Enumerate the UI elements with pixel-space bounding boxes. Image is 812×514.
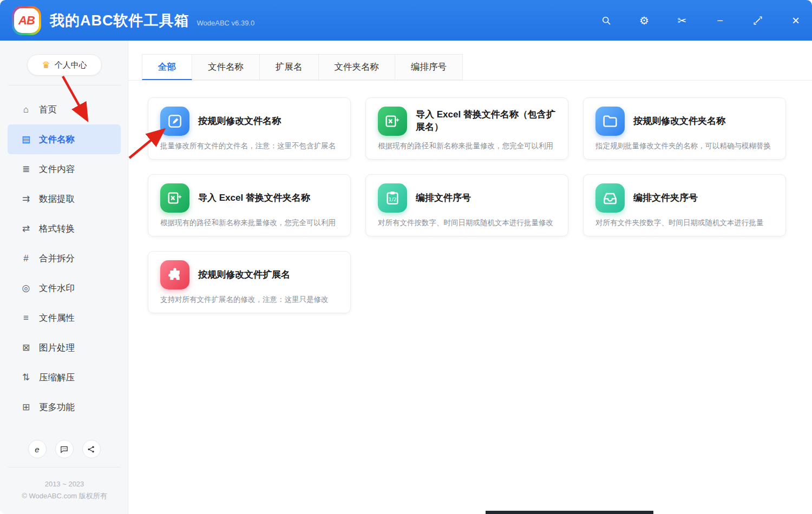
home-icon: ⌂ [21, 104, 31, 115]
personal-center-button[interactable]: ♛ 个人中心 [27, 54, 102, 76]
sidebar-item-label: 首页 [39, 104, 57, 116]
card-number-folders[interactable]: 编排文件夹序号 对所有文件夹按数字、时间日期或随机文本进行批量 [583, 174, 786, 236]
sidebar-item-image-processing[interactable]: ⊠ 图片处理 [8, 333, 121, 363]
app-version: WodeABC v6.39.0 [197, 19, 255, 27]
card-title: 编排文件序号 [416, 192, 471, 205]
sidebar-divider [8, 85, 121, 85]
resize-button[interactable] [751, 14, 764, 27]
tab-folder-name[interactable]: 文件夹名称 [319, 54, 396, 80]
browser-button[interactable]: e [28, 440, 47, 458]
card-rename-files[interactable]: 按规则修改文件名称 批量修改所有文件的文件名，注意：这里不包含扩展名 [148, 97, 351, 160]
sidebar-item-file-name[interactable]: ▤ 文件名称 [8, 124, 121, 154]
card-title: 按规则修改文件扩展名 [198, 269, 290, 281]
folder-icon [595, 107, 625, 136]
clipboard-icon-label: 1/2 [388, 196, 396, 202]
sidebar-footer: 2013 ~ 2023 © WodeABC.com 版权所有 [8, 467, 121, 502]
card-grid: 按规则修改文件名称 批量修改所有文件的文件名，注意：这里不包含扩展名 导入 Ex… [148, 97, 803, 313]
settings-gear-icon[interactable]: ⚙ [638, 14, 651, 27]
card-desc: 对所有文件夹按数字、时间日期或随机文本进行批量 [595, 218, 774, 228]
sidebar-menu: ⌂ 首页 ▤ 文件名称 ≣ 文件内容 ⇉ 数据提取 ⇄ 格式转换 # 合并拆分 [0, 95, 128, 422]
more-features-icon: ⊞ [21, 401, 31, 413]
file-content-icon: ≣ [21, 163, 31, 175]
tab-all[interactable]: 全部 [142, 54, 192, 80]
card-desc: 根据现有的路径和新名称来批量修改，您完全可以利用 [378, 141, 556, 151]
titlebar-actions: ⚙ ✂ − × [600, 0, 802, 41]
sidebar-item-compress[interactable]: ⇅ 压缩解压 [8, 363, 121, 392]
search-icon[interactable] [600, 14, 613, 27]
sidebar-item-format-convert[interactable]: ⇄ 格式转换 [8, 214, 121, 243]
card-number-files[interactable]: 1/2 编排文件序号 对所有文件按数字、时间日期或随机文本进行批量修改 [365, 174, 568, 236]
app-title: 我的ABC软件工具箱 [50, 11, 189, 30]
card-desc: 根据现有的路径和新名称来批量修改，您完全可以利用 [160, 218, 338, 228]
sidebar-item-label: 文件属性 [39, 312, 75, 324]
data-extract-icon: ⇉ [21, 193, 31, 205]
clipboard-icon: 1/2 [378, 183, 407, 213]
background-window-edge [486, 511, 653, 514]
logo-ab: AB [18, 14, 35, 28]
sidebar-item-file-content[interactable]: ≣ 文件内容 [8, 154, 121, 184]
sidebar-item-file-attributes[interactable]: ≡ 文件属性 [8, 303, 121, 333]
sidebar-item-label: 数据提取 [39, 193, 75, 205]
tab-bar: 全部 文件名称 扩展名 文件夹名称 编排序号 [142, 54, 463, 80]
crown-icon: ♛ [42, 60, 50, 71]
browser-e-icon: e [35, 445, 39, 454]
sidebar-item-watermark[interactable]: ◎ 文件水印 [8, 273, 121, 303]
pencil-icon [160, 107, 189, 136]
share-icon [87, 445, 96, 454]
compress-icon: ⇅ [21, 372, 31, 383]
sidebar-item-label: 文件名称 [39, 134, 75, 146]
sidebar-item-home[interactable]: ⌂ 首页 [8, 95, 121, 124]
card-change-extension[interactable]: 按规则修改文件扩展名 支持对所有文件扩展名的修改，注意：这里只是修改 [148, 251, 351, 313]
app-logo: AB [12, 6, 41, 35]
app-window: AB 我的ABC软件工具箱 WodeABC v6.39.0 ⚙ ✂ − × ♛ … [0, 0, 812, 514]
card-rename-folders[interactable]: 按规则修改文件夹名称 指定规则批量修改文件夹的名称，可以精确与模糊替换 [583, 97, 786, 160]
watermark-icon: ◎ [21, 282, 31, 294]
sidebar-social: e [0, 440, 128, 458]
sidebar-item-label: 压缩解压 [39, 372, 75, 384]
minimize-button[interactable]: − [713, 14, 726, 27]
card-desc: 批量修改所有文件的文件名，注意：这里不包含扩展名 [160, 141, 338, 151]
tray-icon [595, 183, 625, 213]
share-button[interactable] [82, 440, 101, 458]
sidebar: ♛ 个人中心 ⌂ 首页 ▤ 文件名称 ≣ 文件内容 ⇉ 数据提取 ⇄ [0, 41, 128, 514]
sidebar-item-merge-split[interactable]: # 合并拆分 [8, 243, 121, 273]
card-excel-rename-folders[interactable]: 导入 Excel 替换文件夹名称 根据现有的路径和新名称来批量修改，您完全可以利… [148, 174, 351, 236]
excel-icon [378, 107, 407, 136]
sidebar-item-label: 格式转换 [39, 223, 75, 235]
sidebar-item-label: 文件内容 [39, 163, 75, 175]
sidebar-item-data-extract[interactable]: ⇉ 数据提取 [8, 184, 121, 214]
card-title: 导入 Excel 替换文件夹名称 [198, 192, 310, 205]
sidebar-item-label: 文件水印 [39, 282, 75, 294]
footer-copyright: © WodeABC.com 版权所有 [8, 490, 121, 502]
puzzle-icon [160, 260, 189, 289]
card-desc: 支持对所有文件扩展名的修改，注意：这里只是修改 [160, 295, 338, 305]
tab-file-name[interactable]: 文件名称 [192, 54, 260, 80]
close-button[interactable]: × [789, 14, 802, 27]
format-convert-icon: ⇄ [21, 223, 31, 234]
file-attributes-icon: ≡ [21, 313, 31, 324]
tabs-underline [128, 80, 812, 81]
sidebar-item-label: 图片处理 [39, 342, 75, 354]
card-title: 按规则修改文件名称 [198, 115, 281, 128]
card-title: 编排文件夹序号 [633, 192, 698, 205]
excel-icon [160, 183, 189, 213]
card-title: 按规则修改文件夹名称 [633, 115, 725, 128]
card-desc: 指定规则批量修改文件夹的名称，可以精确与模糊替换 [595, 141, 774, 151]
sidebar-item-more-features[interactable]: ⊞ 更多功能 [8, 392, 121, 422]
app-logo-text: AB [14, 8, 39, 33]
tab-serial-number[interactable]: 编排序号 [395, 54, 463, 80]
chat-bubble-icon [60, 445, 69, 454]
personal-center-label: 个人中心 [55, 60, 87, 70]
sidebar-item-label: 合并拆分 [39, 253, 75, 265]
merge-split-icon: # [21, 253, 31, 264]
card-desc: 对所有文件按数字、时间日期或随机文本进行批量修改 [378, 218, 556, 228]
file-name-icon: ▤ [21, 134, 31, 145]
sidebar-item-label: 更多功能 [39, 401, 75, 413]
main-content: 全部 文件名称 扩展名 文件夹名称 编排序号 按规则修改文件名称 批量修改所有文… [128, 41, 812, 514]
card-excel-rename-files[interactable]: 导入 Excel 替换文件名称（包含扩展名） 根据现有的路径和新名称来批量修改，… [365, 97, 568, 160]
scissors-icon[interactable]: ✂ [676, 14, 689, 27]
titlebar: AB 我的ABC软件工具箱 WodeABC v6.39.0 ⚙ ✂ − × [0, 0, 812, 41]
image-processing-icon: ⊠ [21, 342, 31, 353]
chat-button[interactable] [55, 440, 74, 458]
tab-extension[interactable]: 扩展名 [260, 54, 319, 80]
